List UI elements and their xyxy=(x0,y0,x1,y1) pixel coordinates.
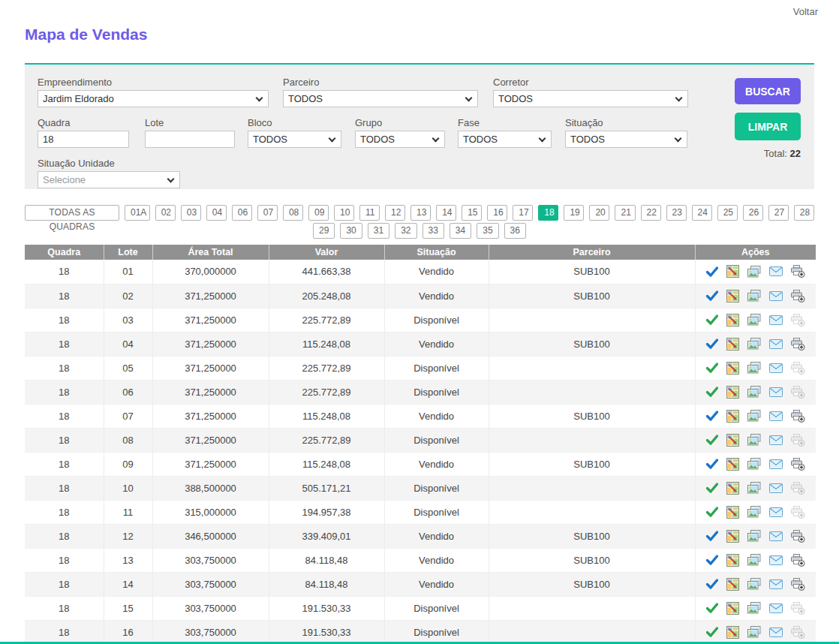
quadra-button-01A[interactable]: 01A xyxy=(125,205,150,221)
map-icon[interactable] xyxy=(726,554,739,567)
map-icon[interactable] xyxy=(726,578,739,591)
print-add-icon[interactable] xyxy=(791,290,805,302)
mail-icon[interactable] xyxy=(769,531,783,541)
quadra-button-32[interactable]: 32 xyxy=(395,223,416,239)
check-icon[interactable] xyxy=(706,603,718,613)
photos-icon[interactable] xyxy=(747,362,761,374)
mail-icon[interactable] xyxy=(769,339,783,349)
quadra-button-25[interactable]: 25 xyxy=(717,205,738,221)
quadra-button-31[interactable]: 31 xyxy=(368,223,389,239)
bloco-select[interactable]: TODOS xyxy=(248,131,341,148)
check-icon[interactable] xyxy=(706,531,718,541)
photos-icon[interactable] xyxy=(747,554,761,566)
quadra-input[interactable] xyxy=(38,131,129,148)
quadra-button-33[interactable]: 33 xyxy=(423,223,444,239)
map-icon[interactable] xyxy=(726,530,739,543)
map-icon[interactable] xyxy=(726,410,739,423)
quadra-button-all[interactable]: TODAS AS QUADRAS xyxy=(25,205,119,221)
quadra-button-16[interactable]: 16 xyxy=(487,205,507,221)
photos-icon[interactable] xyxy=(747,386,761,398)
quadra-button-20[interactable]: 20 xyxy=(589,205,609,221)
check-icon[interactable] xyxy=(706,555,718,565)
quadra-button-13[interactable]: 13 xyxy=(410,205,431,221)
quadra-button-14[interactable]: 14 xyxy=(436,205,456,221)
quadra-button-21[interactable]: 21 xyxy=(615,205,635,221)
quadra-button-07[interactable]: 07 xyxy=(257,205,278,221)
photos-icon[interactable] xyxy=(747,602,761,614)
quadra-button-08[interactable]: 08 xyxy=(283,205,303,221)
quadra-button-34[interactable]: 34 xyxy=(450,223,471,239)
check-icon[interactable] xyxy=(706,483,718,493)
photos-icon[interactable] xyxy=(747,290,761,302)
map-icon[interactable] xyxy=(726,482,739,495)
print-add-icon[interactable] xyxy=(791,578,805,591)
map-icon[interactable] xyxy=(726,602,739,615)
mail-icon[interactable] xyxy=(769,435,783,445)
corretor-select[interactable]: TODOS xyxy=(493,90,688,107)
grupo-select[interactable]: TODOS xyxy=(355,131,445,148)
map-icon[interactable] xyxy=(726,626,739,639)
photos-icon[interactable] xyxy=(747,530,761,542)
map-icon[interactable] xyxy=(726,265,739,278)
print-add-icon[interactable] xyxy=(791,458,805,471)
map-icon[interactable] xyxy=(726,506,739,519)
quadra-button-18[interactable]: 18 xyxy=(538,205,558,221)
quadra-button-02[interactable]: 02 xyxy=(155,205,176,221)
photos-icon[interactable] xyxy=(747,410,761,422)
quadra-button-17[interactable]: 17 xyxy=(513,205,533,221)
map-icon[interactable] xyxy=(726,362,739,375)
check-icon[interactable] xyxy=(706,314,718,325)
mail-icon[interactable] xyxy=(769,483,783,493)
photos-icon[interactable] xyxy=(747,626,761,638)
map-icon[interactable] xyxy=(726,386,739,399)
quadra-button-29[interactable]: 29 xyxy=(313,223,335,239)
check-icon[interactable] xyxy=(706,387,718,397)
lote-input[interactable] xyxy=(145,131,235,148)
photos-icon[interactable] xyxy=(747,338,761,350)
quadra-button-11[interactable]: 11 xyxy=(359,205,380,221)
empreendimento-select[interactable]: Jardim Eldorado xyxy=(38,90,269,107)
photos-icon[interactable] xyxy=(747,506,761,518)
mail-icon[interactable] xyxy=(769,266,783,276)
quadra-button-10[interactable]: 10 xyxy=(334,205,354,221)
mail-icon[interactable] xyxy=(769,291,783,301)
mail-icon[interactable] xyxy=(769,363,783,373)
quadra-button-23[interactable]: 23 xyxy=(666,205,687,221)
check-icon[interactable] xyxy=(706,363,718,373)
photos-icon[interactable] xyxy=(747,434,761,446)
quadra-button-27[interactable]: 27 xyxy=(768,205,789,221)
photos-icon[interactable] xyxy=(747,578,761,590)
check-icon[interactable] xyxy=(706,579,718,589)
mail-icon[interactable] xyxy=(769,411,783,421)
check-icon[interactable] xyxy=(706,266,718,277)
mail-icon[interactable] xyxy=(769,315,783,325)
photos-icon[interactable] xyxy=(747,266,761,278)
photos-icon[interactable] xyxy=(747,458,761,470)
quadra-button-09[interactable]: 09 xyxy=(308,205,329,221)
print-add-icon[interactable] xyxy=(791,265,805,278)
quadra-button-26[interactable]: 26 xyxy=(743,205,763,221)
mail-icon[interactable] xyxy=(769,579,783,589)
situacao-unidade-select[interactable]: Selecione xyxy=(38,171,180,188)
quadra-button-35[interactable]: 35 xyxy=(477,223,498,239)
print-add-icon[interactable] xyxy=(791,554,805,567)
quadra-button-03[interactable]: 03 xyxy=(181,205,201,221)
mail-icon[interactable] xyxy=(769,459,783,469)
map-icon[interactable] xyxy=(726,434,739,447)
quadra-button-22[interactable]: 22 xyxy=(641,205,661,221)
quadra-button-15[interactable]: 15 xyxy=(462,205,482,221)
print-add-icon[interactable] xyxy=(791,410,805,423)
mail-icon[interactable] xyxy=(769,507,783,517)
check-icon[interactable] xyxy=(706,290,718,301)
check-icon[interactable] xyxy=(706,411,718,421)
check-icon[interactable] xyxy=(706,339,718,349)
quadra-button-36[interactable]: 36 xyxy=(504,223,526,239)
quadra-button-19[interactable]: 19 xyxy=(564,205,584,221)
parceiro-select[interactable]: TODOS xyxy=(283,90,478,107)
quadra-button-30[interactable]: 30 xyxy=(340,223,362,239)
mail-icon[interactable] xyxy=(769,627,783,637)
quadra-button-24[interactable]: 24 xyxy=(692,205,712,221)
check-icon[interactable] xyxy=(706,507,718,517)
photos-icon[interactable] xyxy=(747,482,761,494)
map-icon[interactable] xyxy=(726,338,739,351)
